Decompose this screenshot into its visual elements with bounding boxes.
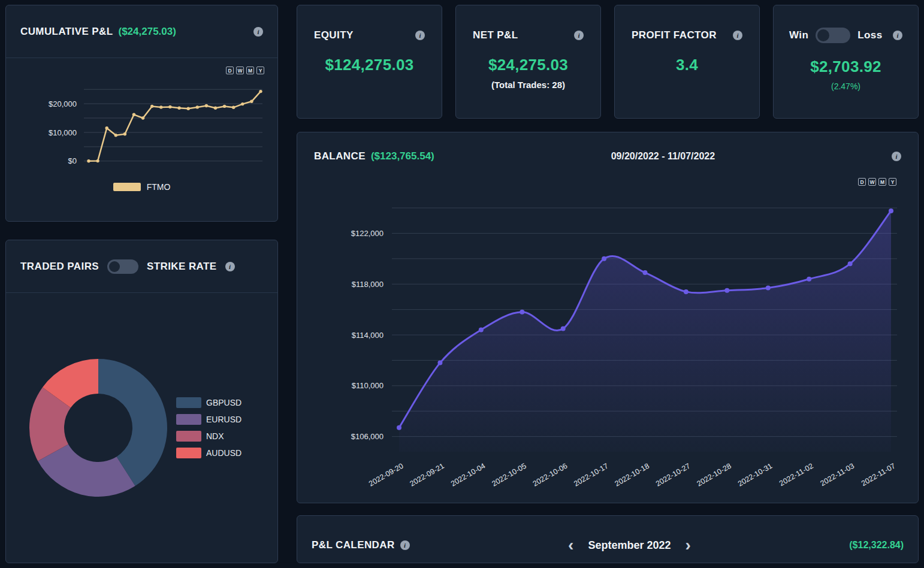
profit-factor-card: PROFIT FACTOR i 3.4 bbox=[614, 5, 760, 119]
cumulative-range-button-d[interactable]: D bbox=[226, 67, 234, 74]
total-trades-subtext: (Total Trades: 28) bbox=[456, 80, 600, 90]
svg-text:$114,000: $114,000 bbox=[352, 331, 384, 340]
legend-label: NDX bbox=[206, 431, 224, 441]
balance-title: BALANCE bbox=[314, 150, 366, 162]
svg-text:2022-10-04: 2022-10-04 bbox=[449, 461, 487, 488]
svg-text:$110,000: $110,000 bbox=[352, 381, 384, 390]
strike-rate-label: STRIKE RATE bbox=[147, 261, 216, 273]
cumulative-card-header: CUMULATIVE P&L ($24,275.03) i bbox=[6, 5, 277, 58]
cumulative-pnl-chart: $0$10,000$20,000 bbox=[6, 77, 277, 179]
pnl-calendar-card: P&L CALENDAR i ‹ September 2022 › ($12,3… bbox=[297, 515, 919, 563]
equity-card: EQUITY i $124,275.03 bbox=[297, 5, 442, 119]
right-column: EQUITY i $124,275.03 NET P&L i $24,275.0… bbox=[297, 5, 919, 563]
legend-label: EURUSD bbox=[206, 415, 241, 424]
legend-swatch-icon bbox=[176, 397, 201, 408]
profit-factor-header: PROFIT FACTOR i bbox=[615, 29, 759, 41]
equity-label: EQUITY bbox=[314, 29, 354, 41]
svg-text:$10,000: $10,000 bbox=[49, 128, 77, 137]
traded-pairs-donut-chart bbox=[29, 358, 168, 497]
legend-swatch-icon bbox=[176, 414, 201, 425]
balance-chart: $106,000$110,000$114,000$118,000$122,000… bbox=[314, 188, 902, 488]
cumulative-pnl-card: CUMULATIVE P&L ($24,275.03) i DWMY $0$10… bbox=[5, 5, 278, 222]
cumulative-title-group: CUMULATIVE P&L ($24,275.03) bbox=[20, 26, 176, 38]
left-column: CUMULATIVE P&L ($24,275.03) i DWMY $0$10… bbox=[5, 5, 278, 563]
cumulative-title: CUMULATIVE P&L bbox=[20, 26, 113, 38]
svg-text:2022-10-31: 2022-10-31 bbox=[736, 461, 774, 488]
balance-title-group: BALANCE ($123,765.54) bbox=[314, 150, 434, 162]
balance-header: BALANCE ($123,765.54) 09/20/2022 - 11/07… bbox=[297, 132, 918, 162]
next-month-icon[interactable]: › bbox=[685, 539, 690, 552]
traded-pairs-header: TRADED PAIRS STRIKE RATE i bbox=[6, 240, 277, 293]
legend-label: AUDUSD bbox=[206, 448, 241, 458]
calendar-header: P&L CALENDAR i ‹ September 2022 › ($12,3… bbox=[297, 516, 918, 552]
net-pnl-header: NET P&L i bbox=[456, 29, 600, 41]
svg-text:$20,000: $20,000 bbox=[49, 99, 77, 108]
svg-text:2022-11-03: 2022-11-03 bbox=[819, 461, 856, 488]
balance-range-button-w[interactable]: W bbox=[868, 178, 876, 186]
pairs-legend-item-audusd[interactable]: AUDUSD bbox=[176, 448, 241, 458]
svg-text:2022-11-02: 2022-11-02 bbox=[778, 461, 815, 488]
balance-value: ($123,765.54) bbox=[371, 150, 434, 162]
cumulative-range-button-w[interactable]: W bbox=[236, 67, 244, 74]
info-icon[interactable]: i bbox=[400, 540, 410, 550]
info-icon[interactable]: i bbox=[893, 31, 902, 40]
ftmo-swatch-icon bbox=[113, 183, 141, 191]
win-loss-toggle[interactable] bbox=[816, 28, 850, 43]
pairs-legend-item-eurusd[interactable]: EURUSD bbox=[176, 414, 241, 425]
svg-text:2022-10-06: 2022-10-06 bbox=[532, 461, 569, 488]
calendar-month-nav: ‹ September 2022 › bbox=[410, 539, 850, 552]
calendar-month-label: September 2022 bbox=[588, 539, 671, 552]
toggle-knob-icon bbox=[109, 261, 120, 272]
win-label: Win bbox=[789, 29, 808, 41]
svg-text:$106,000: $106,000 bbox=[351, 432, 384, 441]
net-pnl-value: $24,275.03 bbox=[456, 56, 600, 74]
net-pnl-card: NET P&L i $24,275.03 (Total Trades: 28) bbox=[455, 5, 601, 119]
svg-text:2022-10-18: 2022-10-18 bbox=[614, 461, 651, 488]
svg-text:$122,000: $122,000 bbox=[351, 229, 384, 238]
calendar-title-group: P&L CALENDAR i bbox=[312, 539, 410, 551]
legend-label: GBPUSD bbox=[206, 398, 241, 407]
info-icon[interactable]: i bbox=[574, 31, 584, 40]
info-icon[interactable]: i bbox=[733, 31, 742, 40]
svg-text:2022-11-07: 2022-11-07 bbox=[860, 461, 897, 488]
info-icon[interactable]: i bbox=[253, 27, 263, 37]
info-icon[interactable]: i bbox=[415, 31, 425, 40]
svg-text:$0: $0 bbox=[68, 156, 77, 165]
win-loss-header: Win Loss i bbox=[774, 28, 918, 43]
cumulative-legend-item-ftmo[interactable]: FTMO bbox=[6, 182, 277, 192]
balance-range-button-y[interactable]: Y bbox=[889, 178, 896, 186]
cumulative-range-button-m[interactable]: M bbox=[246, 67, 254, 74]
cumulative-range-buttons: DWMY bbox=[6, 67, 277, 74]
equity-value: $124,275.03 bbox=[297, 56, 442, 74]
svg-text:2022-10-05: 2022-10-05 bbox=[490, 461, 527, 488]
pairs-legend-item-ndx[interactable]: NDX bbox=[176, 431, 241, 442]
profit-factor-label: PROFIT FACTOR bbox=[632, 29, 717, 41]
stats-row: EQUITY i $124,275.03 NET P&L i $24,275.0… bbox=[297, 5, 919, 119]
svg-text:2022-10-27: 2022-10-27 bbox=[654, 461, 692, 488]
prev-month-icon[interactable]: ‹ bbox=[568, 539, 573, 552]
svg-text:2022-10-28: 2022-10-28 bbox=[695, 461, 732, 488]
svg-text:2022-10-17: 2022-10-17 bbox=[572, 461, 609, 488]
traded-pairs-card: TRADED PAIRS STRIKE RATE i GBPUSD EURUSD… bbox=[5, 240, 278, 563]
win-loss-percent: (2.47%) bbox=[774, 81, 918, 91]
pairs-strike-toggle[interactable] bbox=[107, 259, 138, 274]
balance-card: BALANCE ($123,765.54) 09/20/2022 - 11/07… bbox=[297, 132, 919, 503]
info-icon[interactable]: i bbox=[225, 262, 235, 271]
dashboard-page: CUMULATIVE P&L ($24,275.03) i DWMY $0$10… bbox=[0, 0, 924, 568]
traded-pairs-label: TRADED PAIRS bbox=[20, 261, 99, 273]
profit-factor-value: 3.4 bbox=[615, 56, 759, 74]
cumulative-range-button-y[interactable]: Y bbox=[256, 67, 264, 74]
balance-range-button-m[interactable]: M bbox=[878, 178, 886, 186]
balance-range-button-d[interactable]: D bbox=[858, 178, 866, 186]
info-icon[interactable]: i bbox=[892, 152, 901, 161]
svg-text:$118,000: $118,000 bbox=[352, 280, 384, 289]
pairs-legend-item-gbpusd[interactable]: GBPUSD bbox=[176, 397, 241, 408]
balance-date-range: 09/20/2022 - 11/07/2022 bbox=[434, 151, 892, 162]
net-pnl-label: NET P&L bbox=[473, 29, 518, 41]
win-loss-card: Win Loss i $2,703.92 (2.47%) bbox=[773, 5, 919, 119]
win-loss-value: $2,703.92 bbox=[774, 58, 918, 76]
calendar-title: P&L CALENDAR bbox=[312, 539, 395, 551]
svg-text:2022-09-20: 2022-09-20 bbox=[367, 461, 404, 488]
traded-pairs-body: GBPUSD EURUSD NDX AUDUSD bbox=[6, 293, 277, 563]
loss-label: Loss bbox=[857, 29, 882, 41]
